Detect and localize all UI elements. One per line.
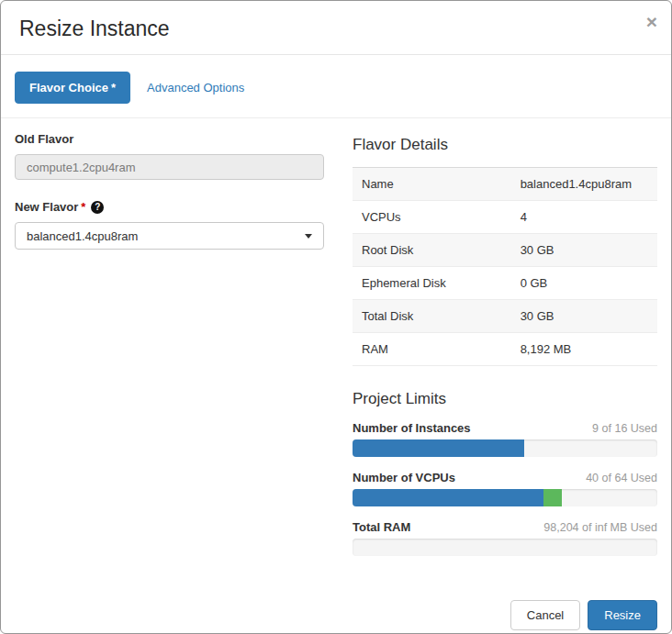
table-row: RAM 8,192 MB: [353, 333, 657, 366]
modal-body: Old Flavor New Flavor * ? balanced1.4cpu…: [1, 118, 671, 588]
table-row: Root Disk 30 GB: [353, 234, 657, 267]
quota-instances-head: Number of Instances 9 of 16 Used: [353, 421, 657, 435]
quota-ram-label: Total RAM: [353, 520, 410, 534]
progress-fill-added: [543, 489, 563, 506]
detail-value: 4: [511, 201, 657, 234]
progress-bar-ram: [353, 539, 657, 556]
tab-flavor-choice-label: Flavor Choice: [29, 81, 108, 95]
flavor-details-table: Name balanced1.4cpu8ram VCPUs 4 Root Dis…: [353, 167, 657, 366]
detail-value: 8,192 MB: [511, 333, 657, 366]
flavor-form-column: Old Flavor New Flavor * ? balanced1.4cpu…: [15, 132, 324, 570]
quota-ram: Total RAM 98,204 of inf MB Used: [353, 520, 657, 556]
detail-label: VCPUs: [353, 201, 511, 234]
flavor-details-heading: Flavor Details: [353, 136, 657, 154]
detail-label: Root Disk: [353, 234, 511, 267]
table-row: VCPUs 4: [353, 201, 657, 234]
project-limits-heading: Project Limits: [353, 390, 657, 408]
new-flavor-label: New Flavor * ?: [15, 200, 324, 214]
quota-vcpus-head: Number of VCPUs 40 of 64 Used: [353, 471, 657, 484]
quota-vcpus-label: Number of VCPUs: [353, 471, 455, 484]
table-row: Name balanced1.4cpu8ram: [353, 168, 657, 201]
table-row: Total Disk 30 GB: [353, 300, 657, 333]
close-icon[interactable]: ×: [646, 12, 657, 31]
quota-vcpus-usage: 40 of 64 Used: [586, 472, 657, 484]
required-asterisk: *: [111, 81, 116, 95]
new-flavor-label-text: New Flavor: [15, 200, 78, 214]
new-flavor-select[interactable]: balanced1.4cpu8ram: [15, 222, 324, 250]
detail-label: RAM: [353, 333, 511, 366]
resize-instance-modal: Resize Instance × Flavor Choice* Advance…: [0, 0, 672, 634]
tab-advanced-options[interactable]: Advanced Options: [147, 81, 244, 95]
cancel-button[interactable]: Cancel: [510, 600, 580, 630]
modal-footer: Cancel Resize: [1, 588, 671, 634]
detail-label: Total Disk: [353, 300, 511, 333]
old-flavor-input: [15, 154, 324, 180]
chevron-down-icon: [305, 234, 312, 239]
resize-button[interactable]: Resize: [588, 600, 657, 630]
help-icon[interactable]: ?: [91, 201, 104, 214]
flavor-details-column: Flavor Details Name balanced1.4cpu8ram V…: [353, 132, 657, 570]
progress-fill-used: [353, 439, 524, 457]
progress-bar-instances: [353, 439, 657, 457]
detail-label: Name: [353, 168, 511, 201]
page-title: Resize Instance: [19, 15, 653, 42]
quota-instances: Number of Instances 9 of 16 Used: [353, 421, 657, 457]
required-asterisk: *: [81, 200, 85, 214]
new-flavor-selected-value: balanced1.4cpu8ram: [27, 229, 138, 243]
progress-bar-vcpus: [353, 489, 657, 506]
quota-ram-head: Total RAM 98,204 of inf MB Used: [353, 520, 657, 534]
old-flavor-label: Old Flavor: [15, 132, 324, 146]
tab-bar: Flavor Choice* Advanced Options: [1, 55, 671, 118]
progress-fill-used: [353, 489, 543, 506]
detail-value: 0 GB: [511, 267, 657, 300]
quota-instances-label: Number of Instances: [353, 421, 471, 435]
modal-header: Resize Instance ×: [1, 1, 671, 55]
detail-value: balanced1.4cpu8ram: [511, 168, 657, 201]
table-row: Ephemeral Disk 0 GB: [353, 267, 657, 300]
detail-label: Ephemeral Disk: [353, 267, 511, 300]
detail-value: 30 GB: [511, 300, 657, 333]
quota-ram-usage: 98,204 of inf MB Used: [543, 521, 657, 534]
quota-vcpus: Number of VCPUs 40 of 64 Used: [353, 471, 657, 506]
quota-instances-usage: 9 of 16 Used: [592, 422, 657, 435]
old-flavor-label-text: Old Flavor: [15, 132, 73, 146]
tab-flavor-choice[interactable]: Flavor Choice*: [15, 72, 130, 104]
detail-value: 30 GB: [511, 234, 657, 267]
